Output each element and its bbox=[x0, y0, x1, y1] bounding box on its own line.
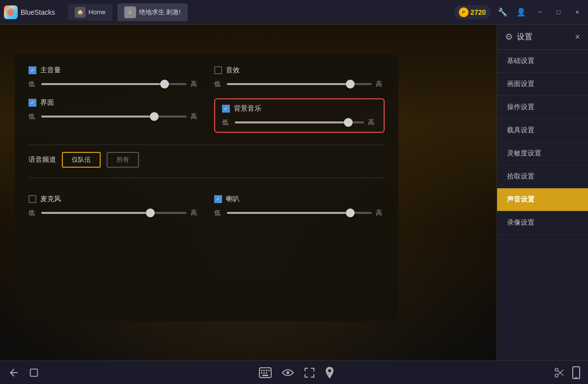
bg-music-label: 背景音乐 bbox=[234, 104, 261, 113]
interface-slider[interactable] bbox=[41, 116, 187, 118]
location-button[interactable] bbox=[325, 367, 335, 379]
settings-close-button[interactable]: × bbox=[575, 32, 580, 42]
window-close-button[interactable]: × bbox=[570, 5, 584, 19]
bg-music-checkbox-row: 背景音乐 bbox=[222, 104, 377, 113]
divider-2 bbox=[28, 177, 385, 178]
window-minimize-button[interactable]: − bbox=[533, 5, 547, 19]
app-name-label: BlueStacks bbox=[21, 8, 55, 16]
svg-rect-19 bbox=[575, 377, 578, 378]
bg-music-low-label: 低 bbox=[222, 118, 231, 127]
speaker-thumb[interactable] bbox=[346, 208, 355, 217]
eye-button[interactable] bbox=[281, 368, 294, 378]
voice-team-label: 仅队伍 bbox=[72, 156, 91, 163]
microphone-thumb[interactable] bbox=[146, 208, 155, 217]
home-button[interactable] bbox=[28, 367, 39, 378]
settings-item-controls[interactable]: 操作设置 bbox=[497, 96, 588, 119]
phone-button[interactable] bbox=[572, 366, 580, 379]
interface-thumb[interactable] bbox=[150, 112, 159, 121]
settings-item-basic[interactable]: 基础设置 bbox=[497, 50, 588, 73]
settings-sidebar: ⚙ 设置 × 基础设置 画面设置 操作设置 载具设置 灵敏度设置 拾取设置 声音… bbox=[497, 25, 588, 360]
settings-item-pickup-label: 拾取设置 bbox=[507, 172, 534, 180]
bg-music-thumb[interactable] bbox=[344, 118, 353, 127]
svg-rect-10 bbox=[266, 372, 267, 374]
svg-rect-7 bbox=[268, 370, 270, 371]
voice-channel-row: 语音频道 仅队伍 所有 bbox=[28, 152, 385, 168]
microphone-slider-row: 低 高 bbox=[28, 208, 199, 217]
microphone-slider[interactable] bbox=[41, 212, 187, 214]
speaker-label: 喇叭 bbox=[226, 195, 240, 204]
bg-music-high-label: 高 bbox=[368, 118, 377, 127]
home-tab[interactable]: 🏠 Home bbox=[68, 4, 112, 21]
keyboard-button[interactable] bbox=[259, 367, 272, 378]
microphone-high-label: 高 bbox=[191, 208, 199, 217]
settings-item-sensitivity-label: 灵敏度设置 bbox=[507, 149, 541, 157]
svg-point-13 bbox=[328, 369, 331, 372]
game-tab-icon: ⚔ bbox=[124, 6, 136, 18]
settings-item-vehicle[interactable]: 载具设置 bbox=[497, 119, 588, 142]
sfx-slider[interactable] bbox=[227, 83, 372, 85]
settings-item-display-label: 画面设置 bbox=[507, 80, 534, 88]
svg-rect-4 bbox=[261, 370, 262, 371]
sfx-checkbox-row: 音效 bbox=[214, 66, 385, 75]
settings-item-controls-label: 操作设置 bbox=[507, 103, 534, 111]
settings-header: ⚙ 设置 × bbox=[497, 25, 588, 50]
master-volume-slider[interactable] bbox=[41, 83, 187, 85]
bottom-right bbox=[554, 366, 580, 379]
master-volume-low-label: 低 bbox=[28, 80, 37, 89]
back-button[interactable] bbox=[8, 367, 20, 379]
bg-music-checkbox[interactable] bbox=[222, 105, 230, 113]
scissors-button[interactable] bbox=[554, 367, 565, 379]
home-tab-icon: 🏠 bbox=[75, 7, 85, 18]
titlebar-avatar-icon[interactable]: 👤 bbox=[514, 5, 528, 19]
settings-item-sensitivity[interactable]: 灵敏度设置 bbox=[497, 142, 588, 165]
bg-music-section: 背景音乐 低 高 bbox=[214, 98, 385, 133]
titlebar-right: P 2720 🔧 👤 − □ × bbox=[454, 5, 584, 19]
settings-item-vehicle-label: 载具设置 bbox=[507, 126, 534, 134]
master-volume-fill bbox=[41, 83, 165, 85]
titlebar-tool-icon[interactable]: 🔧 bbox=[496, 5, 509, 19]
bottom-bar bbox=[0, 360, 588, 384]
game-tab[interactable]: ⚔ 绝地求生 刺激! bbox=[117, 3, 188, 21]
speaker-fill bbox=[227, 212, 350, 214]
microphone-fill bbox=[41, 212, 150, 214]
microphone-checkbox-row: 麦克风 bbox=[28, 195, 199, 204]
master-volume-thumb[interactable] bbox=[160, 80, 169, 89]
window-maximize-button[interactable]: □ bbox=[552, 5, 565, 19]
settings-item-sound-label: 声音设置 bbox=[507, 195, 534, 203]
speaker-low-label: 低 bbox=[214, 208, 223, 217]
sfx-thumb[interactable] bbox=[346, 80, 355, 89]
svg-rect-2 bbox=[30, 369, 38, 376]
settings-item-pickup[interactable]: 拾取设置 bbox=[497, 165, 588, 188]
speaker-slider[interactable] bbox=[227, 212, 372, 214]
svg-rect-5 bbox=[263, 370, 265, 371]
speaker-slider-row: 低 高 bbox=[214, 208, 385, 217]
svg-line-17 bbox=[558, 370, 564, 375]
master-volume-checkbox[interactable] bbox=[28, 66, 36, 74]
interface-fill bbox=[41, 116, 154, 118]
svg-point-12 bbox=[286, 371, 289, 374]
settings-item-recording-label: 录像设置 bbox=[507, 218, 534, 226]
svg-line-16 bbox=[558, 370, 564, 376]
microphone-checkbox[interactable] bbox=[28, 195, 36, 203]
bg-music-slider[interactable] bbox=[235, 121, 364, 123]
sfx-checkbox[interactable] bbox=[214, 66, 222, 74]
microphone-label: 麦克风 bbox=[40, 195, 61, 204]
settings-item-display[interactable]: 画面设置 bbox=[497, 73, 588, 96]
svg-rect-11 bbox=[262, 375, 268, 376]
interface-checkbox-row: 界面 bbox=[28, 98, 199, 107]
interface-checkbox[interactable] bbox=[28, 99, 36, 107]
game-area: 主音量 低 高 音效 bbox=[0, 25, 497, 360]
speaker-checkbox[interactable] bbox=[214, 195, 222, 203]
fullscreen-button[interactable] bbox=[304, 367, 315, 378]
settings-item-sound[interactable]: 声音设置 bbox=[497, 188, 588, 211]
voice-all-button[interactable]: 所有 bbox=[107, 152, 139, 168]
settings-title-text: 设置 bbox=[517, 32, 532, 42]
settings-item-recording[interactable]: 录像设置 bbox=[497, 211, 588, 235]
coin-icon: P bbox=[459, 7, 469, 17]
bottom-left bbox=[8, 367, 39, 379]
voice-team-button[interactable]: 仅队伍 bbox=[62, 152, 101, 168]
bluestacks-logo-icon bbox=[4, 5, 18, 19]
home-tab-label: Home bbox=[88, 8, 106, 16]
speaker-high-label: 高 bbox=[376, 208, 385, 217]
svg-rect-18 bbox=[573, 367, 580, 379]
